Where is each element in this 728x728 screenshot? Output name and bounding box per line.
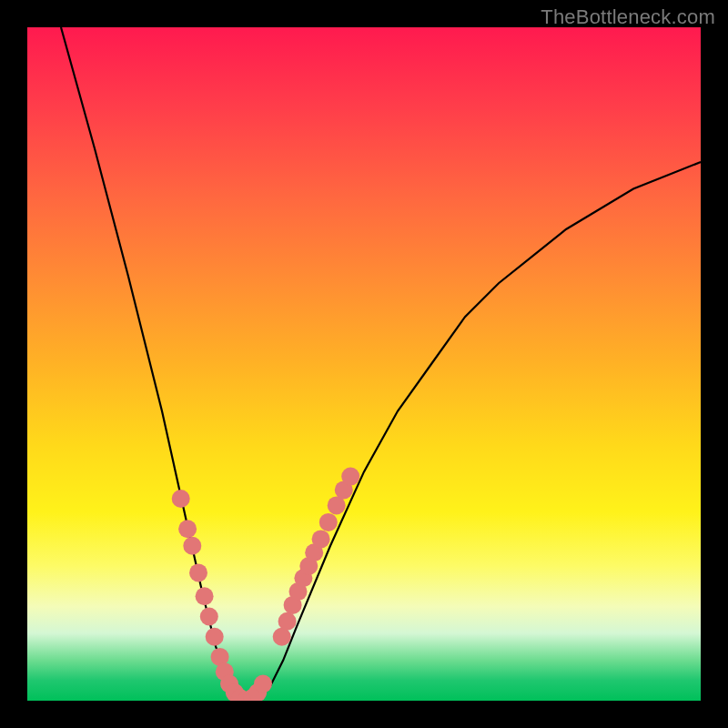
highlight-dot bbox=[172, 490, 190, 508]
highlight-dot bbox=[312, 530, 330, 548]
highlight-dot bbox=[196, 587, 214, 605]
highlight-dot bbox=[328, 496, 346, 514]
highlight-dot bbox=[273, 628, 291, 646]
highlight-dot bbox=[254, 675, 272, 693]
highlight-dot bbox=[206, 628, 224, 646]
plot-area bbox=[27, 27, 701, 701]
highlight-dot bbox=[178, 520, 197, 538]
highlight-dot bbox=[189, 563, 207, 581]
highlight-dot bbox=[278, 612, 297, 631]
highlight-dot bbox=[319, 513, 338, 531]
highlight-dot bbox=[341, 468, 359, 486]
bottleneck-curve-svg bbox=[27, 27, 701, 701]
watermark-text: TheBottleneck.com bbox=[541, 5, 715, 29]
bottleneck-curve bbox=[61, 27, 701, 701]
highlight-dot bbox=[200, 608, 218, 626]
chart-frame: TheBottleneck.com bbox=[0, 0, 728, 728]
highlight-dot bbox=[183, 537, 201, 555]
